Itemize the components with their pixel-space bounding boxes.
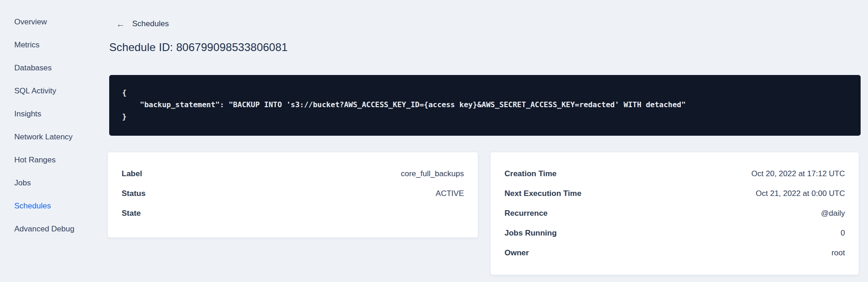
row-label: Creation Time bbox=[504, 169, 557, 178]
summary-row-creation-time: Creation Time Oct 20, 2022 at 17:12 UTC bbox=[504, 164, 845, 184]
sidebar-item-sql-activity[interactable]: SQL Activity bbox=[0, 80, 90, 103]
row-value: Oct 20, 2022 at 17:12 UTC bbox=[751, 169, 845, 178]
sidebar-item-metrics[interactable]: Metrics bbox=[0, 34, 90, 57]
row-value: 0 bbox=[841, 229, 845, 238]
row-value: ACTIVE bbox=[436, 189, 464, 198]
sidebar-item-schedules[interactable]: Schedules bbox=[0, 195, 90, 218]
backup-statement-code-block: { "backup_statement": "BACKUP INTO 's3:/… bbox=[109, 75, 861, 136]
row-value: Oct 21, 2022 at 0:00 UTC bbox=[756, 189, 845, 198]
code-line: "backup_statement": "BACKUP INTO 's3://b… bbox=[122, 99, 848, 111]
summary-row-recurrence: Recurrence @daily bbox=[504, 203, 845, 223]
code-line: { bbox=[122, 87, 848, 99]
sidebar-item-databases[interactable]: Databases bbox=[0, 57, 90, 80]
summary-row-state: State bbox=[122, 203, 464, 223]
row-label: State bbox=[122, 209, 141, 218]
summary-row-jobs-running: Jobs Running 0 bbox=[504, 223, 845, 243]
summary-row-owner: Owner root bbox=[504, 243, 845, 263]
sidebar-item-network-latency[interactable]: Network Latency bbox=[0, 126, 90, 149]
row-label: Jobs Running bbox=[504, 229, 557, 238]
row-value: core_full_backups bbox=[401, 169, 464, 178]
back-to-schedules-link[interactable]: ← Schedules bbox=[116, 19, 169, 29]
row-label: Owner bbox=[504, 248, 529, 258]
row-label: Status bbox=[122, 189, 146, 198]
sidebar-item-jobs[interactable]: Jobs bbox=[0, 172, 90, 195]
sidebar-item-advanced-debug[interactable]: Advanced Debug bbox=[0, 218, 90, 241]
summary-row-next-execution-time: Next Execution Time Oct 21, 2022 at 0:00… bbox=[504, 184, 845, 203]
row-label: Label bbox=[122, 169, 142, 178]
sidebar-nav: Overview Metrics Databases SQL Activity … bbox=[0, 0, 90, 282]
schedule-detail-page: ← Schedules Schedule ID: 806799098533806… bbox=[90, 0, 868, 282]
row-value: root bbox=[832, 248, 845, 258]
summary-cards: Label core_full_backups Status ACTIVE St… bbox=[107, 152, 859, 275]
row-label: Recurrence bbox=[504, 209, 548, 218]
sidebar-item-overview[interactable]: Overview bbox=[0, 11, 90, 34]
summary-row-status: Status ACTIVE bbox=[122, 184, 464, 203]
code-line: } bbox=[122, 111, 848, 123]
summary-row-label: Label core_full_backups bbox=[122, 164, 464, 184]
row-value: @daily bbox=[821, 209, 845, 218]
back-link-label: Schedules bbox=[132, 19, 169, 29]
back-arrow-icon: ← bbox=[116, 20, 125, 29]
sidebar-item-hot-ranges[interactable]: Hot Ranges bbox=[0, 149, 90, 172]
page-title: Schedule ID: 806799098533806081 bbox=[109, 41, 287, 54]
sidebar-item-insights[interactable]: Insights bbox=[0, 103, 90, 126]
schedule-summary-card: Label core_full_backups Status ACTIVE St… bbox=[107, 152, 478, 238]
schedule-timing-card: Creation Time Oct 20, 2022 at 17:12 UTC … bbox=[490, 152, 859, 275]
row-label: Next Execution Time bbox=[504, 189, 581, 198]
